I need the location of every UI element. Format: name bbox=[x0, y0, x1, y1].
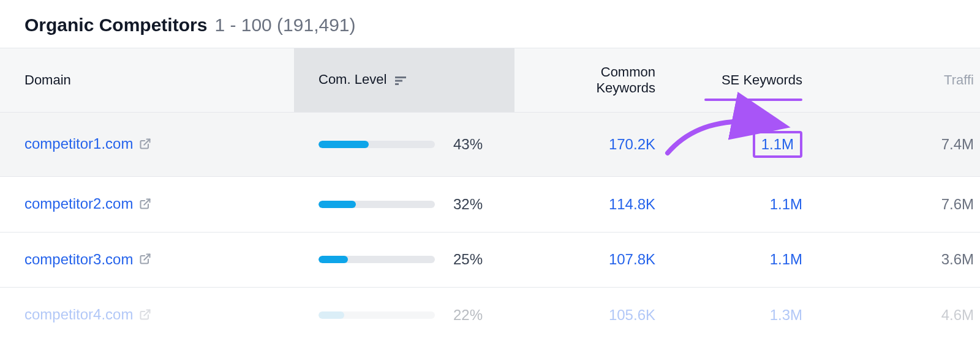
domain-link[interactable]: competitor4.com bbox=[24, 306, 133, 322]
sort-descending-icon bbox=[395, 73, 406, 89]
column-domain[interactable]: Domain bbox=[0, 48, 294, 113]
domain-link[interactable]: competitor1.com bbox=[24, 135, 133, 152]
common-keywords-cell: 114.8K bbox=[514, 177, 680, 233]
column-com-level[interactable]: Com. Level bbox=[294, 48, 514, 113]
com-level-bar-fill bbox=[318, 256, 348, 263]
com-level-bar bbox=[318, 311, 435, 319]
external-link-icon[interactable] bbox=[139, 251, 151, 269]
domain-link[interactable]: competitor2.com bbox=[24, 195, 133, 212]
traffic-value: 4.6M bbox=[941, 307, 974, 323]
com-level-cell: 32% bbox=[294, 177, 514, 233]
svg-line-5 bbox=[145, 255, 150, 260]
common-keywords-value[interactable]: 114.8K bbox=[609, 196, 655, 212]
com-level-bar-fill bbox=[318, 311, 344, 319]
svg-rect-2 bbox=[395, 83, 399, 85]
common-keywords-cell: 107.8K bbox=[514, 232, 680, 288]
page-range: 1 - 100 (191,491) bbox=[214, 15, 355, 35]
competitors-table: Domain Com. Level Common Keywords SE Key… bbox=[0, 48, 980, 339]
com-level-bar bbox=[318, 141, 435, 148]
com-level-bar bbox=[318, 256, 435, 263]
traffic-value: 7.4M bbox=[941, 136, 974, 152]
common-keywords-value[interactable]: 107.8K bbox=[609, 251, 655, 267]
domain-cell: competitor3.com bbox=[0, 232, 294, 288]
page-header: Organic Competitors 1 - 100 (191,491) bbox=[0, 0, 980, 48]
se-keywords-value[interactable]: 1.1M bbox=[753, 131, 802, 158]
com-level-percent: 32% bbox=[453, 196, 483, 213]
svg-line-3 bbox=[145, 139, 150, 144]
external-link-icon[interactable] bbox=[139, 136, 151, 154]
svg-line-6 bbox=[145, 310, 150, 315]
com-level-percent: 22% bbox=[453, 307, 483, 324]
se-keywords-value[interactable]: 1.3M bbox=[770, 307, 802, 323]
domain-cell: competitor4.com bbox=[0, 288, 294, 339]
common-keywords-value[interactable]: 170.2K bbox=[609, 136, 655, 152]
com-level-bar-fill bbox=[318, 141, 369, 148]
table-header-row: Domain Com. Level Common Keywords SE Key… bbox=[0, 48, 980, 113]
com-level-cell: 43% bbox=[294, 113, 514, 177]
se-keywords-cell: 1.1M bbox=[680, 177, 827, 233]
svg-rect-0 bbox=[395, 76, 406, 78]
column-com-level-label: Com. Level bbox=[318, 72, 386, 87]
svg-rect-1 bbox=[395, 80, 402, 81]
external-link-icon[interactable] bbox=[139, 196, 151, 214]
se-keywords-cell: 1.1M bbox=[680, 113, 827, 177]
common-keywords-cell: 170.2K bbox=[514, 113, 680, 177]
column-common-keywords[interactable]: Common Keywords bbox=[514, 48, 680, 113]
svg-line-4 bbox=[145, 199, 150, 204]
com-level-bar-fill bbox=[318, 201, 356, 208]
traffic-value: 3.6M bbox=[941, 251, 974, 267]
traffic-cell: 7.6M bbox=[827, 177, 980, 233]
com-level-cell: 22% bbox=[294, 288, 514, 339]
common-keywords-value[interactable]: 105.6K bbox=[609, 307, 655, 323]
common-keywords-cell: 105.6K bbox=[514, 288, 680, 339]
column-se-label: SE Keywords bbox=[722, 72, 802, 88]
domain-cell: competitor2.com bbox=[0, 177, 294, 233]
column-common-label: Common Keywords bbox=[596, 64, 655, 95]
column-se-underline bbox=[704, 99, 802, 101]
column-traffic[interactable]: Traffi bbox=[827, 48, 980, 113]
column-domain-label: Domain bbox=[24, 72, 71, 88]
se-keywords-cell: 1.1M bbox=[680, 232, 827, 288]
com-level-bar bbox=[318, 201, 435, 208]
domain-cell: competitor1.com bbox=[0, 113, 294, 177]
table-row: competitor3.com25%107.8K1.1M3.6M bbox=[0, 232, 980, 288]
traffic-cell: 3.6M bbox=[827, 232, 980, 288]
external-link-icon[interactable] bbox=[139, 307, 151, 324]
se-keywords-value[interactable]: 1.1M bbox=[770, 251, 802, 267]
com-level-percent: 43% bbox=[453, 136, 483, 153]
table-row: competitor1.com43%170.2K1.1M7.4M bbox=[0, 113, 980, 177]
table-row: competitor4.com22%105.6K1.3M4.6M bbox=[0, 288, 980, 339]
se-keywords-value[interactable]: 1.1M bbox=[770, 196, 802, 212]
domain-link[interactable]: competitor3.com bbox=[24, 251, 133, 267]
column-traffic-label: Traffi bbox=[944, 72, 974, 88]
column-se-keywords[interactable]: SE Keywords bbox=[680, 48, 827, 113]
traffic-value: 7.6M bbox=[941, 196, 974, 212]
table-row: competitor2.com32%114.8K1.1M7.6M bbox=[0, 177, 980, 233]
com-level-percent: 25% bbox=[453, 251, 483, 268]
traffic-cell: 4.6M bbox=[827, 288, 980, 339]
page-title: Organic Competitors bbox=[24, 15, 207, 35]
traffic-cell: 7.4M bbox=[827, 113, 980, 177]
se-keywords-cell: 1.3M bbox=[680, 288, 827, 339]
com-level-cell: 25% bbox=[294, 232, 514, 288]
